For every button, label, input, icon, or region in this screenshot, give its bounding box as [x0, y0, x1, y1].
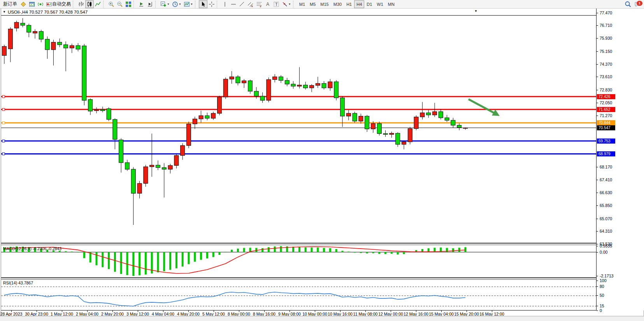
dropdown-arrow-icon[interactable]: ▼: [190, 3, 193, 5]
price-badge: 72.426: [597, 94, 615, 99]
toolbar-separator: [217, 1, 219, 8]
rsi-tick: [597, 286, 598, 287]
dropdown-arrow-icon[interactable]: ▼: [288, 3, 291, 5]
tf-m5-button[interactable]: M5: [307, 0, 318, 8]
rsi-canvas[interactable]: [1, 280, 596, 310]
toolbar-separator: [133, 1, 136, 8]
arrows-button[interactable]: ▼: [281, 0, 292, 8]
signals-button[interactable]: [36, 0, 45, 8]
chart-shift-button[interactable]: [146, 0, 154, 8]
add-indicator-icon: [160, 1, 167, 7]
tf-mn-button[interactable]: MN: [386, 0, 397, 8]
zoom-in-button[interactable]: [107, 0, 116, 8]
price-tick-label: 65.070: [600, 216, 612, 221]
chart-top-marker-icon[interactable]: ▼: [474, 9, 477, 13]
new-chart-window-button[interactable]: [28, 0, 36, 8]
price-tick-label: 67.410: [600, 177, 612, 182]
bar-chart-mode-button[interactable]: [77, 0, 85, 8]
tile-windows-icon: [125, 1, 132, 7]
macd-axis-label: 0.00: [600, 250, 607, 254]
rsi-axis-label: 80: [600, 284, 604, 289]
fibonacci-button[interactable]: F: [255, 0, 263, 8]
collapse-triangle-icon[interactable]: ▼: [3, 10, 6, 14]
dropdown-arrow-icon[interactable]: ▼: [179, 3, 181, 5]
macd-canvas[interactable]: [1, 246, 596, 278]
crosshair-button[interactable]: [207, 0, 216, 8]
price-tick-label: 77.470: [600, 11, 612, 15]
chart-shift-icon: [147, 1, 153, 7]
main-toolbar: 新订单 自动交易 ▼ ▼ ▼ E F A T ▼ M1M5M15M30H1H4D…: [0, 0, 644, 9]
horizontal-line-button[interactable]: [229, 0, 238, 8]
notifications-button[interactable]: 1: [633, 0, 643, 8]
rsi-tick: [597, 281, 598, 281]
chart-window-icon: [29, 1, 35, 7]
tf-m1-button[interactable]: M1: [297, 0, 307, 8]
auto-scroll-button[interactable]: [137, 0, 146, 8]
price-badge: 70.844: [597, 120, 615, 125]
tf-m30-button[interactable]: M30: [331, 0, 344, 8]
period-button[interactable]: ▼: [171, 0, 182, 8]
toolbar-separator: [293, 1, 296, 8]
line-chart-icon: [95, 1, 101, 7]
time-axis[interactable]: 28 Apr 202330 Apr 23:001 May 12:002 May …: [1, 310, 596, 316]
price-tick: [597, 51, 598, 52]
zoom-in-icon: [108, 1, 114, 7]
price-tick: [597, 90, 598, 90]
vertical-line-button[interactable]: [221, 0, 229, 8]
template-button[interactable]: ▼: [182, 0, 194, 8]
horizontal-line-icon: [230, 1, 237, 7]
autotrading-label: 自动交易: [52, 1, 71, 7]
trend-arrow-annotation[interactable]: [469, 99, 500, 116]
candlestick-mode-button[interactable]: [85, 0, 94, 8]
timeframe-group: M1M5M15M30H1H4D1W1MN: [297, 0, 397, 8]
trendline-icon: [239, 1, 245, 7]
trendline-button[interactable]: [238, 0, 246, 8]
gold-diamond-icon: [20, 1, 26, 7]
toolbar-separator: [103, 1, 106, 8]
pane-splitter[interactable]: [1, 243, 596, 245]
search-button[interactable]: [623, 0, 633, 8]
toolbar-separator: [73, 1, 75, 8]
dropdown-arrow-icon[interactable]: ▼: [167, 3, 170, 5]
tf-h4-button[interactable]: H4: [354, 0, 364, 8]
crosshair-icon: [209, 1, 215, 7]
hline-anchor: [2, 95, 5, 98]
autotrading-icon: [46, 1, 52, 7]
price-axis[interactable]: 77.47076.71075.93075.15074.37073.61072.8…: [596, 9, 644, 310]
price-tick: [597, 167, 598, 167]
rsi-axis-label: 50: [600, 293, 604, 298]
text-label-button[interactable]: T: [272, 0, 281, 8]
vertical-line-icon: [222, 1, 228, 7]
add-indicator-button[interactable]: ▼: [159, 0, 171, 8]
cursor-button[interactable]: [199, 0, 207, 8]
new-order-button[interactable]: 新订单: [1, 0, 19, 8]
market-depth-button[interactable]: [19, 0, 28, 8]
text-icon: A: [265, 1, 271, 7]
tf-m15-button[interactable]: M15: [318, 0, 331, 8]
price-tick-label: 71.270: [600, 113, 612, 118]
price-tick-label: 76.710: [600, 23, 612, 28]
tf-h1-button[interactable]: H1: [344, 0, 354, 8]
tile-windows-button[interactable]: [124, 0, 133, 8]
price-badge: 71.652: [597, 107, 615, 112]
autotrading-button[interactable]: 自动交易: [45, 0, 72, 8]
price-tick: [597, 64, 598, 65]
svg-text:E: E: [251, 5, 253, 7]
price-tick: [597, 231, 598, 232]
price-tick: [597, 180, 598, 180]
equidistant-channel-icon: E: [247, 1, 254, 7]
channel-button[interactable]: E: [246, 0, 255, 8]
price-tick: [597, 13, 598, 13]
price-tick: [597, 244, 598, 244]
template-icon: [184, 1, 190, 7]
price-badge: 70.547: [597, 125, 615, 130]
fibonacci-icon: F: [256, 1, 262, 7]
main-chart-canvas[interactable]: [1, 9, 596, 243]
tf-d1-button[interactable]: D1: [364, 0, 374, 8]
tf-w1-button[interactable]: W1: [374, 0, 386, 8]
price-tick: [597, 38, 598, 39]
line-chart-mode-button[interactable]: [94, 0, 102, 8]
text-button[interactable]: A: [263, 0, 272, 8]
zoom-out-button[interactable]: [116, 0, 124, 8]
price-tick: [597, 116, 598, 116]
